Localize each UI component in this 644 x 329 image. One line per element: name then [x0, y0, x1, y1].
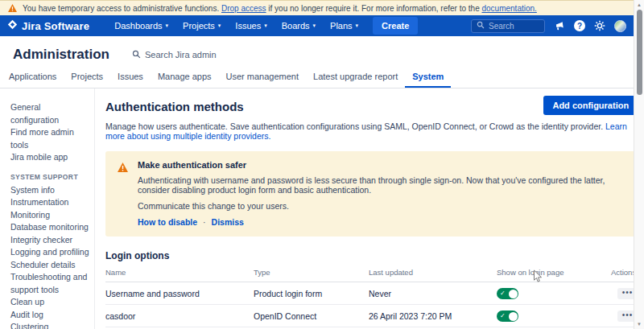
- col-actions: Actions: [611, 268, 634, 277]
- scroll-down-arrow-icon[interactable]: ▼: [634, 322, 644, 327]
- chevron-down-icon: ▾: [356, 23, 359, 29]
- section-title: Authentication methods: [105, 96, 244, 113]
- dismiss-link[interactable]: Dismiss: [212, 217, 244, 227]
- nav-menu-projects[interactable]: Projects ▾: [175, 21, 228, 31]
- sidebar-item-find-more-admin-tools[interactable]: Find more admin tools: [10, 126, 91, 151]
- login-options-section: Login options Name Type Last updated Sho…: [105, 250, 634, 327]
- jira-admin-page: You have temporary access to administrat…: [0, 0, 644, 329]
- toggle-knob: [509, 290, 518, 298]
- sidebar-item-instrumentation[interactable]: Instrumentation: [10, 196, 91, 209]
- scrollbar-thumb[interactable]: [637, 10, 642, 95]
- search-icon: [132, 50, 141, 60]
- search-icon: [477, 21, 485, 31]
- vertical-scrollbar[interactable]: ▲ ▼: [634, 0, 644, 329]
- sidebar-item-database-monitoring[interactable]: Database monitoring: [10, 221, 91, 234]
- sidebar-item-troubleshooting[interactable]: Troubleshooting and support tools: [10, 271, 91, 296]
- global-search-input[interactable]: Search: [471, 19, 545, 33]
- admin-header: Administration Search Jira admin: [0, 36, 634, 66]
- check-icon: ✓: [500, 313, 506, 319]
- sidebar-item-monitoring[interactable]: Monitoring: [10, 209, 91, 222]
- intro-body: Manage how users authenticate. Save auth…: [105, 121, 603, 131]
- nav-menu-dashboards[interactable]: Dashboards ▾: [107, 21, 175, 31]
- sidebar-item-logging-and-profiling[interactable]: Logging and profiling: [10, 246, 91, 259]
- warning-icon: [8, 4, 17, 12]
- announcement-icon[interactable]: [554, 21, 565, 31]
- tab-latest-upgrade-report[interactable]: Latest upgrade report: [306, 66, 405, 88]
- col-type: Type: [254, 268, 369, 277]
- sidebar-item-scheduler-details[interactable]: Scheduler details: [10, 259, 91, 272]
- sidebar-item-system-info[interactable]: System info: [10, 184, 91, 197]
- table-header-row: Name Type Last updated Show on login pag…: [105, 261, 634, 282]
- scroll-up-arrow-icon[interactable]: ▲: [634, 2, 644, 7]
- top-navbar: Jira Software Dashboards ▾ Projects ▾ Is…: [0, 15, 634, 36]
- cell-last-updated: Never: [369, 289, 497, 298]
- cell-name: Username and password: [105, 289, 254, 298]
- table-row: Username and password Product login form…: [105, 282, 634, 305]
- settings-gear-icon[interactable]: [594, 20, 605, 31]
- banner-text-mid: if you no longer require it. For more in…: [268, 4, 479, 13]
- show-on-login-toggle[interactable]: ✓: [497, 310, 518, 322]
- tab-user-management[interactable]: User management: [219, 66, 307, 88]
- sidebar-item-general-configuration[interactable]: General configuration: [10, 101, 91, 126]
- sidebar-item-integrity-checker[interactable]: Integrity checker: [10, 234, 91, 247]
- main-content: Authentication methods Add configuration…: [95, 88, 634, 329]
- intro-text: Manage how users authenticate. Save auth…: [105, 121, 634, 141]
- nav-menu-label: Plans: [330, 21, 353, 31]
- chevron-down-icon: ▾: [313, 23, 316, 29]
- link-separator: ·: [203, 217, 206, 227]
- warning-title: Make authentication safer: [138, 160, 626, 170]
- tab-projects[interactable]: Projects: [64, 66, 110, 88]
- nav-menu-label: Projects: [183, 21, 215, 31]
- nav-menu-boards[interactable]: Boards ▾: [275, 21, 323, 31]
- login-options-heading: Login options: [105, 250, 634, 261]
- avatar-image: [614, 20, 626, 32]
- system-sidebar: General configuration Find more admin to…: [0, 88, 95, 329]
- banner-text-before: You have temporary access to administrat…: [23, 4, 219, 13]
- admin-tabs: Applications Projects Issues Manage apps…: [0, 66, 634, 88]
- jira-logo[interactable]: Jira Software: [7, 19, 89, 32]
- user-avatar[interactable]: [614, 20, 626, 32]
- how-to-disable-link[interactable]: How to disable: [138, 217, 197, 227]
- chevron-down-icon: ▾: [166, 23, 169, 29]
- banner-text: You have temporary access to administrat…: [23, 4, 537, 13]
- question-mark-glyph: ?: [574, 20, 585, 31]
- col-name: Name: [105, 268, 254, 277]
- row-actions-button[interactable]: •••: [617, 310, 634, 322]
- add-configuration-button[interactable]: Add configuration: [543, 96, 634, 115]
- admin-search-input[interactable]: Search Jira admin: [132, 50, 217, 60]
- tab-system[interactable]: System: [405, 66, 451, 88]
- tab-applications[interactable]: Applications: [2, 66, 64, 88]
- chevron-down-icon: ▾: [264, 23, 267, 29]
- documentation-link[interactable]: documentation.: [481, 4, 536, 13]
- temporary-access-banner: You have temporary access to administrat…: [0, 0, 634, 15]
- warning-icon: [118, 161, 128, 175]
- tab-manage-apps[interactable]: Manage apps: [151, 66, 219, 88]
- nav-menu-label: Dashboards: [114, 21, 162, 31]
- make-auth-safer-panel: Make authentication safer Authenticating…: [105, 151, 634, 236]
- search-placeholder: Search: [489, 22, 514, 31]
- page-title: Administration: [13, 47, 109, 63]
- help-icon[interactable]: ?: [574, 20, 585, 31]
- warning-line2: Communicate this change to your users.: [138, 201, 626, 211]
- jira-logo-icon: [7, 19, 18, 32]
- check-icon: ✓: [500, 290, 506, 297]
- sidebar-item-clean-up[interactable]: Clean up: [10, 296, 91, 309]
- cell-type: Product login form: [254, 289, 369, 298]
- row-actions-button[interactable]: •••: [617, 288, 634, 299]
- nav-menu-label: Boards: [282, 21, 310, 31]
- nav-menu-issues[interactable]: Issues ▾: [228, 21, 274, 31]
- create-button[interactable]: Create: [373, 17, 418, 35]
- cell-name: casdoor: [105, 311, 254, 321]
- col-show-on-login-page: Show on login page: [497, 268, 611, 277]
- warning-body: Authenticating with username and passwor…: [138, 175, 626, 195]
- sidebar-item-jira-mobile-app[interactable]: Jira mobile app: [10, 151, 91, 164]
- show-on-login-toggle[interactable]: ✓: [497, 288, 518, 299]
- admin-search-placeholder: Search Jira admin: [145, 50, 217, 60]
- tab-issues[interactable]: Issues: [110, 66, 151, 88]
- sidebar-item-audit-log[interactable]: Audit log: [10, 309, 91, 322]
- chevron-down-icon: ▾: [218, 23, 221, 29]
- nav-menu-plans[interactable]: Plans ▾: [323, 21, 365, 31]
- sidebar-item-clustering[interactable]: Clustering: [10, 321, 91, 329]
- drop-access-link[interactable]: Drop access: [221, 4, 266, 13]
- toggle-knob: [509, 312, 518, 321]
